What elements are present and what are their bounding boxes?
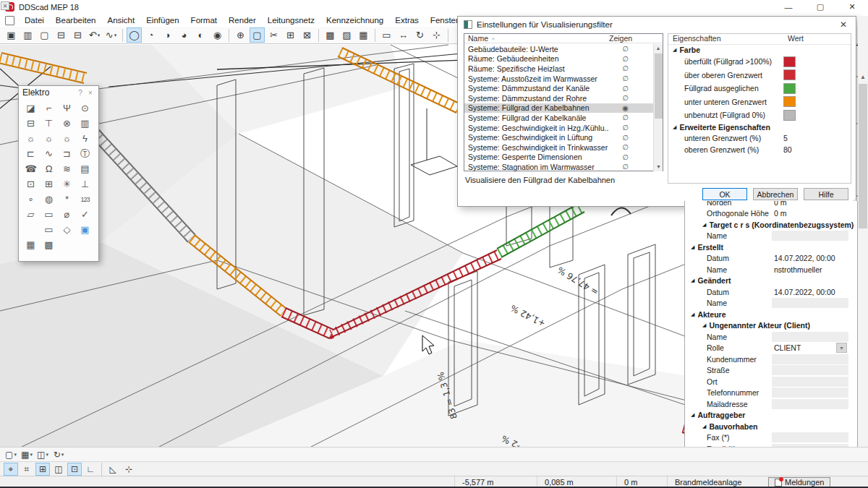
property-value[interactable] [772, 432, 848, 442]
filter-list-row[interactable]: Systeme: Geschwindigkeit in Trinkwasser∅ [464, 142, 654, 153]
socket-box-icon[interactable]: ⊐ [58, 146, 76, 161]
property-value[interactable]: 5 [783, 134, 841, 142]
palette-close-icon[interactable]: × [86, 89, 95, 97]
lamp-icon[interactable]: ⊗ [58, 116, 76, 131]
model-structure-icon[interactable]: ▦▾ [20, 448, 34, 461]
menu-kennzeichnung[interactable]: Kennzeichnung [320, 14, 389, 27]
expander-icon[interactable]: ◢ [702, 222, 706, 228]
render-mode-5-icon[interactable]: ◐ [193, 27, 208, 43]
property-value[interactable]: 14.07.2022, 00:00 [772, 253, 848, 263]
panel-row[interactable]: ◢Akteure [685, 309, 848, 320]
property-value[interactable] [772, 365, 848, 375]
pipe-icon[interactable]: ⌀ [58, 207, 76, 222]
intercom-icon[interactable]: ▤ [76, 161, 94, 176]
property-value[interactable]: 80 [783, 145, 841, 154]
property-row[interactable]: unter unteren Grenzwert [668, 95, 851, 109]
print-icon[interactable]: ⊟ [54, 27, 69, 43]
coordinate-axis-icon[interactable]: ∟ [83, 463, 98, 476]
panel-row[interactable]: RolleCLIENT▼ [685, 343, 848, 354]
series-switch-icon[interactable]: ⊤ [40, 116, 58, 131]
right-scrollbar-strip[interactable]: ▲ [858, 16, 868, 463]
eye-hidden-icon[interactable]: ∅ [609, 74, 642, 82]
panel-row[interactable]: Namenstrothmueller [685, 264, 848, 275]
eye-hidden-icon[interactable]: ∅ [609, 153, 642, 161]
property-value[interactable]: 0 m [772, 201, 848, 207]
filter-list-row[interactable]: Systeme: Gesperrte Dimensionen∅ [464, 153, 654, 163]
render-mode-wire-icon[interactable]: ◯ [127, 27, 142, 43]
grid-large-icon[interactable]: ▩ [40, 237, 58, 252]
eye-hidden-icon[interactable]: ∅ [609, 163, 642, 171]
eye-hidden-icon[interactable]: ∅ [609, 143, 642, 151]
color-swatch[interactable] [783, 110, 796, 121]
copy-icon[interactable]: ⊞ [283, 27, 298, 43]
eye-hidden-icon[interactable]: ∅ [609, 114, 642, 121]
ok-button[interactable]: OK [702, 188, 747, 200]
panel-row[interactable]: ◢Bauvorhaben [685, 421, 848, 432]
ceiling-outlet-icon[interactable]: ⊙ [76, 100, 94, 116]
expander-icon[interactable]: ◢ [702, 424, 706, 429]
panel-row[interactable]: ◢Geändert [685, 275, 848, 287]
property-row[interactable]: unteren Grenzwert (%)5 [668, 132, 851, 144]
eye-hidden-icon[interactable]: ∅ [609, 64, 642, 72]
recessed-light-icon[interactable]: ☼ [58, 131, 76, 146]
undo-icon[interactable]: ↶▾ [87, 27, 102, 43]
dropdown-arrow-icon[interactable]: ▼ [836, 343, 847, 353]
strip-scroll-up-icon[interactable]: ▲ [858, 74, 868, 80]
switch-icon[interactable]: ⌐ [40, 100, 58, 116]
network-node-icon[interactable]: ✳ [58, 176, 76, 192]
column-header-zeigen[interactable]: Zeigen [609, 34, 652, 43]
knx-icon[interactable]: ⊥ [76, 176, 94, 192]
eye-hidden-icon[interactable]: ∅ [609, 124, 642, 132]
minimize-button[interactable]: — [773, 0, 804, 14]
open-project-icon[interactable]: ▣ [4, 27, 19, 43]
property-row[interactable]: unbenutzt (Füllgrad 0%) [668, 108, 851, 122]
dropdown-caret-icon[interactable]: ▾ [98, 33, 101, 38]
eye-hidden-icon[interactable]: ∅ [609, 94, 642, 102]
node-group-icon[interactable]: * [58, 192, 76, 207]
panel-row[interactable]: Kundenummer [685, 354, 848, 365]
maximize-button[interactable]: ▢ [804, 0, 836, 14]
strip-scrollbar-thumb[interactable] [859, 84, 867, 228]
property-value[interactable]: 14.07.2022, 00:00 [772, 287, 848, 297]
panel-row[interactable]: Mailadresse [685, 398, 848, 410]
curve-icon[interactable]: ∿▾ [103, 27, 119, 43]
close-button[interactable]: ✕ [836, 0, 868, 14]
property-value[interactable] [772, 298, 848, 308]
color-swatch[interactable] [783, 83, 796, 94]
dropdown-caret-icon[interactable]: ▾ [114, 33, 117, 38]
property-group-erweitert[interactable]: ◢Erweiterte Eigenschaften [668, 122, 851, 132]
menu-datei[interactable]: Datei [19, 14, 50, 27]
save-icon[interactable]: ▥ [20, 27, 35, 43]
column-header-name[interactable]: Name ^ [464, 34, 609, 43]
enclosure-icon[interactable]: ◇ [58, 222, 76, 237]
expander-icon[interactable]: ◢ [691, 244, 694, 250]
filter-list-row[interactable]: Systeme: Stagnation im Warmwasser∅ [464, 162, 654, 171]
table-icon[interactable]: ▦ [356, 27, 371, 43]
cut-icon[interactable]: ✂ [266, 27, 281, 43]
orbit-icon[interactable]: ↻▾ [51, 448, 66, 461]
eye-hidden-icon[interactable]: ∅ [609, 45, 642, 53]
socket-icon[interactable]: ⊏ [22, 146, 40, 161]
distribution-board-icon[interactable]: ▥ [76, 116, 94, 131]
panel-row[interactable]: Ort [685, 376, 848, 388]
dialog-close-icon[interactable]: ✕ [837, 20, 850, 30]
panel-row[interactable]: ◢Ungenannter Akteur (Client) [685, 320, 848, 332]
docked-panel-close-icon[interactable]: ✕ [1, 1, 9, 10]
bell-icon[interactable]: Ω [40, 161, 58, 176]
counter-123-icon[interactable]: 123 [76, 192, 94, 207]
eye-visible-icon[interactable]: ◉ [609, 104, 642, 112]
expander-icon[interactable]: ◢ [691, 412, 694, 418]
filter-list-row[interactable]: Systeme: Geschwindigkeit in Hzg./Kühlu..… [464, 123, 654, 133]
property-value[interactable] [772, 354, 848, 364]
grid-small-icon[interactable]: ▦ [22, 237, 40, 252]
selection-add-icon[interactable]: ⊹ [429, 27, 444, 43]
panel-row[interactable]: Name [685, 331, 848, 343]
panel-row[interactable]: Datum14.07.2022, 00:00 [685, 286, 848, 298]
device-box-icon[interactable]: ⊞ [40, 176, 58, 192]
color-swatch[interactable] [783, 56, 796, 67]
phone-icon[interactable]: ☎ [22, 161, 40, 176]
expander-icon[interactable]: ◢ [691, 278, 694, 283]
fan-icon[interactable]: ◍ [40, 192, 58, 207]
filter-list-row[interactable]: Räume: Gebäudeeinheiten∅ [464, 54, 654, 64]
render-mode-6-icon[interactable]: ◉ [210, 27, 225, 43]
